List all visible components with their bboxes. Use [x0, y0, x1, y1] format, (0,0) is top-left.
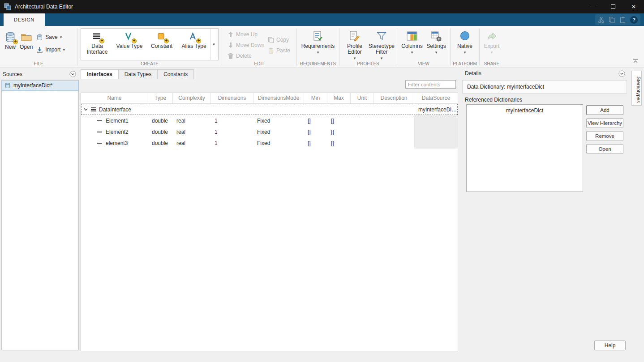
data-interface-button[interactable]: Data Interface: [81, 29, 113, 60]
native-label: Native: [457, 43, 472, 49]
column-header-dimensionsmode[interactable]: DimensionsMode: [253, 93, 304, 103]
data-interface-label: Data Interface: [81, 43, 113, 55]
cell-dimensions: 1: [211, 137, 253, 149]
chevron-down-icon[interactable]: [60, 35, 62, 39]
cell-datasource: [414, 126, 458, 137]
close-icon: ✕: [631, 4, 636, 10]
cell-dimensionsmode: [254, 104, 305, 115]
table-row[interactable]: Element1 double real 1 Fixed [] []: [81, 115, 458, 126]
create-gallery: Data Interface Value Type Constant: [81, 28, 219, 60]
tab-interfaces[interactable]: Interfaces: [81, 69, 119, 79]
column-header-unit[interactable]: Unit: [351, 93, 374, 103]
collapse-panel-icon[interactable]: [618, 70, 625, 77]
paste-button[interactable]: Paste: [268, 46, 290, 55]
content-tabs: Interfaces Data Types Constants: [81, 69, 194, 79]
table-row[interactable]: DataInterface myInterfaceDic...: [81, 104, 458, 115]
sources-panel-header: Sources: [3, 70, 79, 79]
minimize-button[interactable]: [582, 0, 603, 13]
referenced-dictionaries-list[interactable]: myInterfaceDict: [466, 104, 583, 192]
import-button[interactable]: Import: [36, 45, 65, 55]
create-gallery-expand-button[interactable]: [210, 29, 217, 60]
open-button[interactable]: Open: [20, 27, 33, 55]
details-panel: Details Data Dictionary: myInterfaceDict…: [462, 69, 627, 356]
view-hierarchy-button[interactable]: View Hierarchy: [586, 118, 623, 128]
profile-editor-button[interactable]: Profile Editor: [341, 26, 368, 60]
details-panel-header: Details: [462, 69, 627, 78]
column-header-complexity[interactable]: Complexity: [173, 93, 211, 103]
column-header-name[interactable]: Name: [81, 93, 148, 103]
tab-design[interactable]: DESIGN: [4, 13, 45, 26]
source-item-dictionary[interactable]: myInterfaceDict*: [2, 80, 78, 91]
chevron-down-icon[interactable]: [63, 48, 65, 52]
tab-constants[interactable]: Constants: [158, 69, 194, 79]
column-header-datasource[interactable]: DataSource: [414, 93, 458, 103]
settings-button[interactable]: Settings: [424, 26, 448, 55]
column-header-type[interactable]: Type: [148, 93, 173, 103]
native-button[interactable]: Native: [457, 26, 472, 55]
table-row[interactable]: element3 double real 1 Fixed [] []: [81, 137, 458, 149]
open-dictionary-button[interactable]: Open: [586, 144, 623, 154]
new-button[interactable]: New: [4, 27, 16, 55]
requirements-button[interactable]: Requirements: [301, 26, 335, 55]
list-item[interactable]: myInterfaceDict: [467, 105, 583, 114]
paste-icon[interactable]: [619, 17, 626, 23]
remove-button[interactable]: Remove: [586, 131, 623, 141]
filter-container: [405, 80, 456, 89]
move-down-button[interactable]: Move Down: [228, 40, 264, 50]
section-label-file: FILE: [0, 61, 77, 66]
stereotypes-side-tab[interactable]: Stereotypes: [631, 71, 642, 106]
columns-label: Columns: [401, 43, 422, 49]
cell-max: []: [327, 126, 351, 137]
plus-badge-icon: [99, 38, 104, 43]
column-header-description[interactable]: Description: [374, 93, 414, 103]
help-icon[interactable]: ?: [630, 16, 638, 24]
tab-data-types[interactable]: Data Types: [119, 69, 158, 79]
constant-label: Constant: [151, 43, 172, 49]
close-button[interactable]: ✕: [623, 0, 644, 13]
expander-chevron-icon[interactable]: [84, 107, 88, 111]
add-button[interactable]: Add: [586, 105, 623, 115]
move-up-button[interactable]: Move Up: [228, 30, 264, 39]
plus-badge-icon: [13, 39, 18, 44]
details-panel-title: Details: [465, 70, 481, 77]
stereotype-filter-button[interactable]: Stereotype Filter: [368, 26, 395, 60]
section-edit: Move Up Move Down Delete Copy Paste EDIT: [222, 26, 296, 68]
value-type-button[interactable]: Value Type: [113, 29, 146, 60]
export-button[interactable]: Export: [484, 26, 500, 55]
move-up-label: Move Up: [236, 31, 258, 38]
save-label: Save: [45, 34, 57, 40]
columns-button[interactable]: Columns: [400, 26, 424, 55]
chevron-down-icon: [213, 43, 215, 47]
section-label-share: SHARE: [480, 61, 504, 66]
collapse-panel-icon[interactable]: [69, 71, 76, 77]
requirements-label: Requirements: [301, 43, 335, 49]
column-header-max[interactable]: Max: [327, 93, 351, 103]
section-platform: Native PLATFORM: [451, 26, 479, 68]
help-button[interactable]: Help: [594, 341, 626, 350]
chevron-down-icon: [381, 56, 383, 60]
delete-button[interactable]: Delete: [228, 51, 264, 61]
element-dash-icon: [97, 143, 102, 144]
collapse-toolstrip-button[interactable]: [632, 59, 639, 65]
delete-label: Delete: [236, 53, 252, 59]
copy-icon[interactable]: [609, 17, 615, 23]
filter-input[interactable]: [405, 80, 456, 89]
alias-type-button[interactable]: Alias Type: [178, 29, 210, 60]
constant-button[interactable]: Constant: [146, 29, 178, 60]
cell-description: [374, 126, 414, 137]
cell-complexity: [173, 104, 211, 115]
chevron-down-icon: [354, 56, 356, 60]
section-label-edit: EDIT: [222, 61, 296, 66]
copy-button[interactable]: Copy: [268, 35, 290, 45]
arrow-up-icon: [228, 31, 234, 38]
cell-type: double: [148, 137, 173, 149]
sources-panel-title: Sources: [3, 71, 22, 77]
save-button[interactable]: Save: [36, 32, 65, 42]
column-header-min[interactable]: Min: [304, 93, 327, 103]
maximize-button[interactable]: [603, 0, 623, 13]
table-row[interactable]: Element2 double real 1 Fixed [] []: [81, 126, 458, 137]
paste-icon: [268, 47, 274, 54]
ribbon-toolbar: New Open Save: [0, 26, 644, 68]
cut-icon[interactable]: [598, 17, 605, 23]
column-header-dimensions[interactable]: Dimensions: [211, 93, 253, 103]
